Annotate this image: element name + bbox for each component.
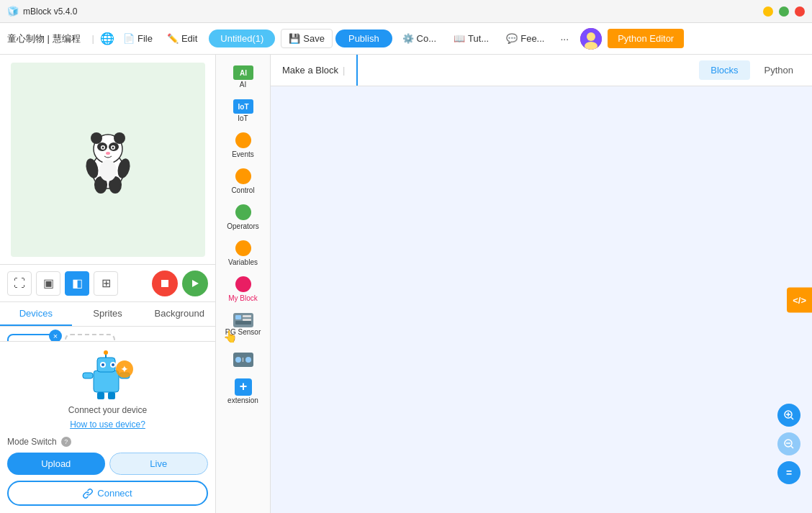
upload-live-row: Upload Live (7, 453, 208, 475)
svg-rect-46 (235, 315, 241, 319)
connect-label: Connect (97, 488, 132, 499)
save-button[interactable]: 💾 Save (281, 29, 333, 48)
control-circle (235, 168, 251, 184)
tutorial-label: Tut... (468, 33, 489, 44)
feedback-label: Fee... (520, 33, 544, 44)
category-iot[interactable]: IoT IoT (219, 94, 268, 127)
svg-line-61 (791, 446, 793, 448)
publish-button[interactable]: Publish (335, 29, 392, 47)
upload-button[interactable]: Upload (7, 453, 105, 475)
how-to-link[interactable]: How to use device? (7, 419, 208, 430)
make-block-label: Make a Block (282, 65, 338, 76)
code-view-button[interactable]: </> (787, 287, 812, 312)
svg-rect-53 (243, 358, 243, 362)
category-rgsensor[interactable]: RG Sensor 👆 (219, 308, 268, 340)
language-icon[interactable]: 🌐 (100, 32, 114, 45)
stage-controls: ⛶ ▣ ◧ ⊞ (0, 265, 215, 302)
feedback-button[interactable]: 💬 Fee... (499, 29, 551, 47)
list-view-button[interactable]: ⊞ (94, 271, 118, 296)
svg-point-11 (102, 146, 104, 148)
app-title: mBlock v5.4.0 (23, 6, 763, 17)
file-menu[interactable]: 📄 File (117, 30, 158, 47)
file-icon: 📄 (123, 33, 135, 44)
block-categories: AI AI IoT IoT Events Control Operators (216, 55, 271, 513)
save-label: Save (303, 33, 325, 44)
svg-rect-47 (243, 315, 251, 317)
svg-text:+: + (239, 379, 247, 394)
device-card-cyberpi[interactable]: × CyberPi (7, 334, 58, 341)
tutorial-icon: 📖 (454, 33, 465, 44)
category-extra[interactable] (219, 348, 268, 372)
left-panel: ⛶ ▣ ◧ ⊞ Devices Sprites Background × (0, 55, 216, 513)
category-operators[interactable]: Operators (219, 200, 268, 235)
panda-sprite (79, 124, 137, 196)
edit-menu[interactable]: ✏️ Edit (161, 30, 203, 47)
connect-device-button[interactable]: Connect (7, 481, 208, 506)
more-button[interactable]: ··· (554, 29, 574, 48)
svg-text:✦: ✦ (120, 363, 129, 375)
iot-icon: IoT (233, 99, 254, 114)
tab-sprites[interactable]: Sprites (72, 302, 144, 326)
fullscreen-view-button[interactable]: ⛶ (7, 271, 32, 296)
tab-devices[interactable]: Devices (0, 302, 72, 326)
stop-button[interactable] (152, 271, 178, 296)
tutorial-button[interactable]: 📖 Tut... (446, 29, 496, 47)
svg-point-31 (102, 363, 104, 366)
ai-label: AI (240, 81, 246, 88)
category-control[interactable]: Control (219, 164, 268, 199)
myblock-circle (235, 276, 251, 292)
category-variables[interactable]: Variables (219, 236, 268, 271)
minimize-button[interactable] (763, 6, 773, 17)
zoom-out-button[interactable] (777, 432, 800, 455)
avatar[interactable] (580, 28, 602, 50)
device-robot: ✦ (7, 349, 208, 399)
info-icon[interactable]: ? (61, 437, 71, 447)
small-view-button[interactable]: ◧ (65, 271, 89, 296)
rgsensor-icon (233, 312, 254, 328)
variables-circle (235, 240, 251, 256)
svg-rect-35 (83, 373, 93, 378)
zoom-in-button[interactable] (777, 404, 800, 427)
svg-rect-48 (243, 319, 251, 321)
events-label: Events (232, 150, 254, 158)
half-view-button[interactable]: ▣ (36, 271, 60, 296)
connect-icon: ⚙️ (402, 33, 414, 44)
live-button[interactable]: Live (109, 453, 209, 475)
svg-point-34 (104, 350, 108, 355)
svg-rect-27 (94, 371, 119, 392)
category-events[interactable]: Events (219, 128, 268, 163)
project-name-button[interactable]: Untitled(1) (209, 29, 275, 47)
ai-icon: AI (233, 65, 254, 81)
add-device-button[interactable]: + add (65, 334, 115, 341)
svg-point-6 (114, 132, 125, 144)
svg-point-5 (91, 132, 102, 144)
menubar: 童心制物 | 慧编程 | 🌐 📄 File ✏️ Edit Untitled(1… (0, 23, 812, 55)
tab-background[interactable]: Background (143, 302, 215, 326)
cursor-indicator: 👆 (223, 330, 238, 343)
svg-point-52 (245, 357, 251, 363)
mode-switch-label: Mode Switch (7, 437, 57, 447)
category-myblock[interactable]: My Block (219, 272, 268, 307)
zoom-reset-button[interactable]: = (777, 461, 800, 484)
myblock-label: My Block (228, 294, 258, 302)
connect-button[interactable]: ⚙️ Co... (395, 29, 443, 47)
python-editor-button[interactable]: Python Editor (608, 29, 684, 48)
make-block-button[interactable]: Make a Block | (271, 55, 358, 86)
tab-python[interactable]: Python (753, 60, 805, 80)
main-layout: ⛶ ▣ ◧ ⊞ Devices Sprites Background × (0, 55, 812, 513)
svg-rect-19 (161, 280, 168, 287)
maximize-button[interactable] (779, 6, 789, 17)
svg-point-18 (99, 160, 117, 181)
device-panel: × CyberPi + add (0, 327, 215, 341)
category-ai[interactable]: AI AI (219, 60, 268, 93)
svg-point-32 (112, 363, 114, 366)
close-button[interactable] (795, 6, 805, 17)
tab-blocks[interactable]: Blocks (699, 60, 749, 80)
workspace[interactable]: </> (271, 86, 812, 513)
app-icon: 🧊 (7, 6, 19, 17)
extension-icon: + (234, 378, 253, 396)
delete-device-button[interactable]: × (49, 330, 62, 341)
category-extension[interactable]: + extension (219, 373, 268, 409)
connect-label: Co... (417, 33, 436, 44)
run-button[interactable] (182, 271, 208, 296)
